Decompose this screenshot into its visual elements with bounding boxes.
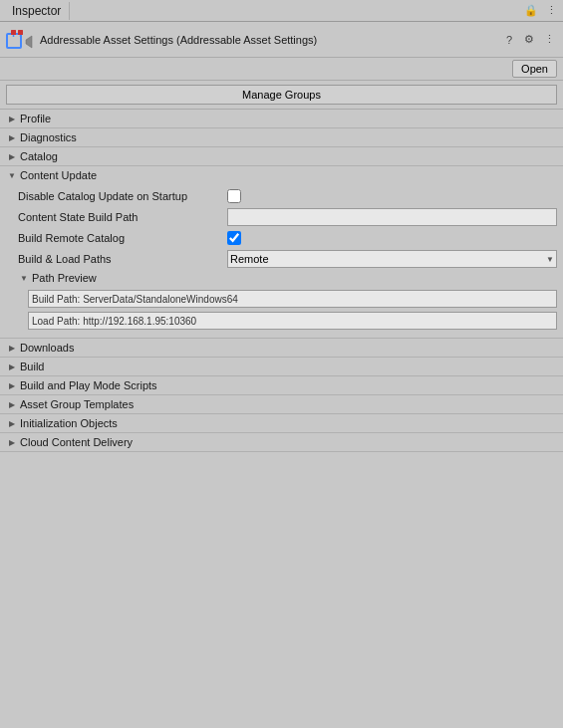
field-value-build-load-paths: RemoteLocalCustom [227, 250, 557, 268]
field-label-build-remote-catalog: Build Remote Catalog [18, 232, 227, 244]
field-value-build-remote-catalog [227, 231, 557, 245]
section-header-profile[interactable]: Profile [0, 110, 563, 127]
field-row-content-state-build-path: Content State Build Path [14, 206, 563, 228]
load-path-input[interactable] [28, 312, 557, 330]
title-bar-right: 🔒 ⋮ [523, 3, 559, 19]
section-cloud-content-delivery: Cloud Content Delivery [0, 433, 563, 452]
addressable-icon [6, 26, 34, 54]
section-label-build: Build [20, 361, 44, 372]
load-path-row [28, 310, 563, 332]
section-downloads: Downloads [0, 339, 563, 358]
section-label-catalog: Catalog [20, 150, 58, 162]
section-label-build-play-mode-scripts: Build and Play Mode Scripts [20, 379, 157, 391]
section-header-initialization-objects[interactable]: Initialization Objects [0, 414, 563, 432]
lock-icon[interactable]: 🔒 [523, 3, 539, 19]
header-menu-icon[interactable]: ⋮ [541, 32, 557, 48]
triangle-profile [6, 113, 18, 124]
triangle-content-update [6, 169, 18, 181]
build-path-input[interactable] [28, 290, 557, 308]
section-label-profile: Profile [20, 113, 51, 124]
help-icon[interactable]: ? [501, 32, 517, 48]
build-path-row [28, 288, 563, 310]
field-value-content-state-build-path [227, 208, 557, 226]
section-header-asset-group-templates[interactable]: Asset Group Templates [0, 395, 563, 413]
section-header-content-update[interactable]: Content Update [0, 166, 563, 184]
open-button[interactable]: Open [512, 60, 557, 78]
input-content-state-build-path[interactable] [227, 208, 557, 226]
select-wrapper-build-load-paths: RemoteLocalCustom [227, 250, 557, 268]
section-label-initialization-objects: Initialization Objects [20, 417, 118, 429]
section-label-cloud-content-delivery: Cloud Content Delivery [20, 436, 133, 448]
triangle-diagnostics [6, 131, 18, 143]
title-bar: Inspector 🔒 ⋮ [0, 0, 563, 22]
section-label-downloads: Downloads [20, 342, 74, 354]
inspector-tab[interactable]: Inspector [4, 2, 70, 20]
svg-rect-2 [18, 30, 23, 35]
triangle-initialization-objects [6, 417, 18, 429]
field-value-disable-catalog-update [227, 189, 557, 203]
section-profile: Profile [0, 110, 563, 128]
triangle-build [6, 361, 18, 372]
header-actions: ? ⚙ ⋮ [501, 32, 557, 48]
section-asset-group-templates: Asset Group Templates [0, 395, 563, 414]
field-row-disable-catalog-update: Disable Catalog Update on Startup [14, 186, 563, 206]
settings-icon[interactable]: ⚙ [521, 32, 537, 48]
triangle-build-play-mode-scripts [6, 379, 18, 391]
field-row-build-remote-catalog: Build Remote Catalog [14, 228, 563, 248]
section-content-update: Content UpdateDisable Catalog Update on … [0, 166, 563, 339]
section-initialization-objects: Initialization Objects [0, 414, 563, 433]
path-preview-label: Path Preview [32, 272, 97, 284]
svg-rect-1 [11, 30, 16, 35]
checkbox-disable-catalog-update[interactable] [227, 189, 241, 203]
section-header-diagnostics[interactable]: Diagnostics [0, 128, 563, 146]
header-row: Addressable Asset Settings (Addressable … [0, 22, 563, 58]
path-preview-triangle [18, 272, 30, 284]
section-header-cloud-content-delivery[interactable]: Cloud Content Delivery [0, 433, 563, 451]
checkbox-build-remote-catalog[interactable] [227, 231, 241, 245]
section-build: Build [0, 358, 563, 376]
section-label-asset-group-templates: Asset Group Templates [20, 398, 134, 410]
section-header-catalog[interactable]: Catalog [0, 147, 563, 165]
title-bar-left: Inspector [4, 2, 70, 20]
select-build-load-paths[interactable]: RemoteLocalCustom [227, 250, 557, 268]
path-preview-header[interactable]: Path Preview [14, 270, 563, 286]
triangle-downloads [6, 342, 18, 354]
triangle-asset-group-templates [6, 398, 18, 410]
section-diagnostics: Diagnostics [0, 128, 563, 147]
section-label-content-update: Content Update [20, 169, 97, 181]
sections-container: ProfileDiagnosticsCatalogContent UpdateD… [0, 110, 563, 452]
section-header-downloads[interactable]: Downloads [0, 339, 563, 357]
path-preview-content [14, 286, 563, 334]
section-header-build-play-mode-scripts[interactable]: Build and Play Mode Scripts [0, 376, 563, 394]
header-title: Addressable Asset Settings (Addressable … [40, 34, 495, 46]
section-header-build[interactable]: Build [0, 358, 563, 375]
manage-groups-button[interactable]: Manage Groups [6, 85, 557, 105]
section-catalog: Catalog [0, 147, 563, 166]
triangle-cloud-content-delivery [6, 436, 18, 448]
manage-groups-bar: Manage Groups [0, 81, 563, 110]
field-row-build-load-paths: Build & Load PathsRemoteLocalCustom [14, 248, 563, 270]
section-build-play-mode-scripts: Build and Play Mode Scripts [0, 376, 563, 395]
menu-icon[interactable]: ⋮ [543, 3, 559, 19]
section-label-diagnostics: Diagnostics [20, 131, 77, 143]
triangle-catalog [6, 150, 18, 162]
field-label-build-load-paths: Build & Load Paths [18, 253, 227, 265]
field-label-disable-catalog-update: Disable Catalog Update on Startup [18, 190, 227, 202]
field-label-content-state-build-path: Content State Build Path [18, 211, 227, 223]
section-content-content-update: Disable Catalog Update on StartupContent… [0, 184, 563, 338]
